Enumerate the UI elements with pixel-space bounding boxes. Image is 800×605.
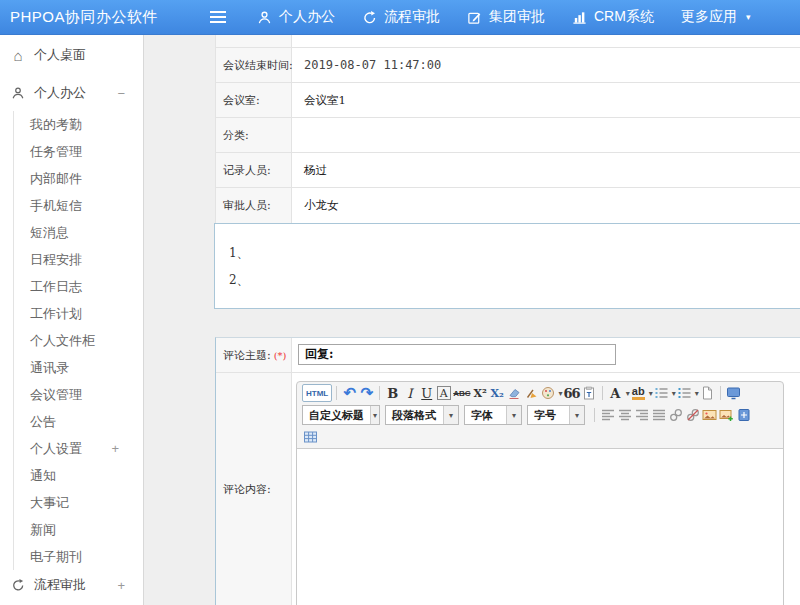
sidebar-item-major-events[interactable]: 大事记: [14, 489, 143, 516]
person-icon: [257, 10, 272, 25]
table-row-partial: [216, 35, 800, 48]
top-menu: 个人办公 流程审批 集团审批 CRM系统 更多应用 ▾: [257, 8, 777, 26]
sidebar-item-personal-desktop[interactable]: ⌂ 个人桌面: [0, 35, 143, 75]
strikethrough-button[interactable]: ABC: [452, 384, 471, 402]
table-row-end-time: 会议结束时间: 2019-08-07 11:47:00: [216, 48, 800, 83]
collapse-icon[interactable]: −: [117, 86, 131, 101]
menu-group-approval[interactable]: 集团审批: [467, 8, 545, 26]
upload-image-icon[interactable]: [718, 406, 735, 424]
row-label-cell: [216, 35, 292, 47]
font-size-select[interactable]: 字号 ▾: [527, 405, 585, 425]
align-justify-icon[interactable]: [650, 406, 667, 424]
editor-toolbar-row-3: [297, 426, 783, 448]
superscript-button[interactable]: X²: [472, 384, 489, 402]
insert-image-icon[interactable]: [701, 406, 718, 424]
row-value-cell: [292, 35, 800, 47]
align-right-icon[interactable]: [633, 406, 650, 424]
blockquote-button[interactable]: 66: [563, 384, 581, 402]
font-color-icon[interactable]: A: [607, 384, 624, 402]
bar-chart-icon: [572, 10, 587, 25]
menu-label: 流程审批: [384, 8, 440, 26]
caret-down-icon: ▾: [569, 406, 584, 424]
undo-icon[interactable]: ↶: [341, 384, 358, 402]
menu-label: 集团审批: [489, 8, 545, 26]
sidebar-item-label: 个人桌面: [34, 46, 131, 64]
link-icon[interactable]: [667, 406, 684, 424]
toolbar-separator: [594, 408, 595, 422]
comment-subject-row: 评论主题: (*): [216, 338, 800, 373]
sidebar-item-personal-files[interactable]: 个人文件柜: [14, 327, 143, 354]
table-row-recorder: 记录人员: 杨过: [216, 153, 800, 188]
new-page-icon[interactable]: [699, 384, 716, 402]
expand-icon[interactable]: +: [111, 441, 143, 456]
paste-icon[interactable]: [581, 384, 598, 402]
home-icon: ⌂: [10, 47, 26, 63]
fullscreen-icon[interactable]: [725, 384, 742, 402]
sidebar-item-notice[interactable]: 通知: [14, 462, 143, 489]
palette-icon[interactable]: [540, 384, 557, 402]
sidebar-item-announcement[interactable]: 公告: [14, 408, 143, 435]
meeting-room-label: 会议室:: [216, 83, 292, 117]
sidebar-item-schedule[interactable]: 日程安排: [14, 246, 143, 273]
insert-media-icon[interactable]: [735, 406, 752, 424]
unlink-icon[interactable]: [684, 406, 701, 424]
format-brush-icon[interactable]: [523, 384, 540, 402]
unordered-list-icon[interactable]: [676, 384, 693, 402]
sidebar-item-short-message[interactable]: 短消息: [14, 219, 143, 246]
hamburger-menu-icon[interactable]: [207, 6, 229, 28]
eraser-icon[interactable]: [506, 384, 523, 402]
sidebar-item-work-log[interactable]: 工作日志: [14, 273, 143, 300]
sidebar-item-personal-settings[interactable]: 个人设置+: [14, 435, 143, 462]
italic-button[interactable]: I: [401, 384, 418, 402]
sidebar-item-internal-mail[interactable]: 内部邮件: [14, 165, 143, 192]
menu-label: 更多应用: [681, 8, 737, 26]
sidebar-item-my-attendance[interactable]: 我的考勤: [14, 111, 143, 138]
font-style-box-button[interactable]: A: [437, 386, 451, 400]
html-source-button[interactable]: HTML: [302, 384, 332, 402]
sidebar-item-work-plan[interactable]: 工作计划: [14, 300, 143, 327]
highlight-color-icon[interactable]: ab: [632, 386, 645, 400]
meeting-minutes-box: 1、 2、: [214, 223, 800, 309]
meeting-room-value: 会议室1: [292, 83, 800, 117]
expand-icon[interactable]: +: [117, 578, 131, 593]
font-family-select[interactable]: 字体 ▾: [464, 405, 522, 425]
sidebar-item-e-journal[interactable]: 电子期刊: [14, 543, 143, 570]
table-row-category: 分类:: [216, 118, 800, 153]
end-time-value: 2019-08-07 11:47:00: [292, 48, 800, 82]
edit-icon: [467, 10, 482, 25]
menu-personal-office[interactable]: 个人办公: [257, 8, 335, 26]
comment-subject-input[interactable]: [298, 344, 616, 365]
sidebar-item-news[interactable]: 新闻: [14, 516, 143, 543]
toolbar-separator: [602, 386, 603, 400]
caret-down-icon[interactable]: ▾: [559, 389, 563, 398]
ordered-list-icon[interactable]: [653, 384, 670, 402]
sidebar-item-meeting-management[interactable]: 会议管理: [14, 381, 143, 408]
menu-more-apps[interactable]: 更多应用 ▾: [681, 8, 751, 26]
comment-content-editarea[interactable]: [297, 448, 783, 605]
align-left-icon[interactable]: [599, 406, 616, 424]
editor-toolbar-row-1: HTML ↶ ↷ B I U A ABC X² X₂: [297, 382, 783, 404]
toolbar-separator: [720, 386, 721, 400]
category-label: 分类:: [216, 118, 292, 152]
custom-heading-select[interactable]: 自定义标题 ▾: [302, 405, 380, 425]
workflow-icon: [10, 577, 26, 593]
comment-subject-label-cell: 评论主题: (*): [216, 338, 292, 372]
comment-content-row: 评论内容: HTML ↶ ↷ B I U A ABC X² X₂: [216, 373, 800, 605]
insert-table-icon[interactable]: [302, 428, 319, 446]
menu-workflow-approval[interactable]: 流程审批: [362, 8, 440, 26]
sidebar-group-personal-office[interactable]: 个人办公 −: [0, 75, 143, 111]
menu-crm-system[interactable]: CRM系统: [572, 8, 654, 26]
redo-icon[interactable]: ↷: [358, 384, 375, 402]
caret-down-icon: ▾: [746, 12, 751, 22]
sidebar-item-task-management[interactable]: 任务管理: [14, 138, 143, 165]
sidebar-item-mobile-sms[interactable]: 手机短信: [14, 192, 143, 219]
sidebar-group-workflow-approval[interactable]: 流程审批 +: [0, 570, 143, 600]
minutes-line: 2、: [229, 267, 800, 294]
underline-button[interactable]: U: [418, 384, 435, 402]
align-center-icon[interactable]: [616, 406, 633, 424]
paragraph-format-select[interactable]: 段落格式 ▾: [385, 405, 459, 425]
comment-subject-value-cell: [292, 338, 800, 372]
subscript-button[interactable]: X₂: [489, 384, 506, 402]
bold-button[interactable]: B: [384, 384, 401, 402]
sidebar-item-address-book[interactable]: 通讯录: [14, 354, 143, 381]
